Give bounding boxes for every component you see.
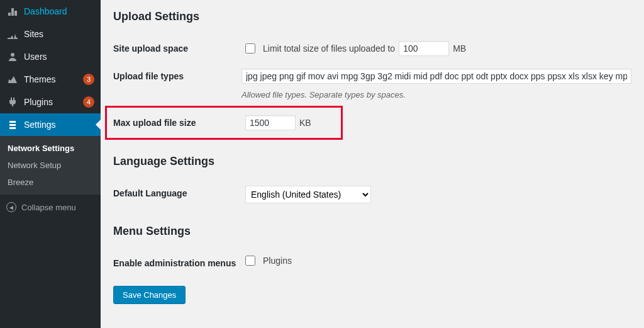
sidebar-item-label: Sites — [24, 29, 94, 39]
submenu-item-network-settings[interactable]: Network Settings — [0, 140, 101, 157]
sidebar-item-label: Settings — [24, 120, 94, 130]
site-upload-space-row: Site upload space Limit total size of fi… — [113, 35, 631, 62]
enable-admin-menus-row: Enable administration menus Plugins — [113, 249, 631, 274]
enable-admin-menus-label: Enable administration menus — [113, 256, 245, 268]
admin-sidebar: Dashboard Sites Users Themes 3 Plugins 4… — [0, 0, 101, 328]
enable-plugins-menu-checkbox[interactable] — [245, 256, 255, 266]
main-content: Upload Settings Site upload space Limit … — [101, 0, 644, 328]
sidebar-item-label: Themes — [24, 74, 80, 84]
settings-submenu: Network Settings Network Setup Breeze — [0, 136, 101, 195]
upload-file-types-description: Allowed file types. Separate types by sp… — [242, 90, 631, 99]
sidebar-item-sites[interactable]: Sites — [0, 23, 101, 45]
sites-icon — [6, 28, 19, 40]
sidebar-item-settings[interactable]: Settings — [0, 113, 101, 136]
users-icon — [6, 50, 19, 63]
enable-plugins-menu-label: Plugins — [263, 256, 292, 266]
sidebar-item-label: Users — [24, 52, 94, 62]
limit-upload-unit: MB — [453, 43, 466, 54]
site-upload-space-label: Site upload space — [113, 41, 245, 54]
update-badge: 4 — [83, 96, 94, 108]
menu-settings-heading: Menu Settings — [113, 225, 631, 238]
sidebar-item-plugins[interactable]: Plugins 4 — [0, 91, 101, 113]
max-upload-file-size-label: Max upload file size — [113, 115, 245, 128]
collapse-label: Collapse menu — [21, 203, 76, 212]
upload-file-types-row: Upload file types Allowed file types. Se… — [113, 62, 631, 106]
upload-settings-heading: Upload Settings — [113, 10, 631, 23]
limit-upload-value-input[interactable] — [399, 41, 449, 56]
default-language-label: Default Language — [113, 186, 245, 198]
themes-icon — [6, 73, 19, 86]
language-settings-heading: Language Settings — [113, 155, 631, 168]
limit-upload-checkbox-label: Limit total size of files uploaded to — [263, 43, 395, 54]
collapse-icon: ◄ — [6, 202, 16, 212]
svg-point-0 — [11, 53, 14, 57]
dashboard-icon — [6, 5, 19, 18]
update-badge: 3 — [83, 74, 94, 85]
upload-file-types-label: Upload file types — [113, 69, 242, 81]
sidebar-item-label: Dashboard — [24, 6, 94, 16]
max-upload-file-size-input[interactable] — [245, 115, 296, 130]
collapse-menu[interactable]: ◄ Collapse menu — [0, 197, 101, 217]
sidebar-item-dashboard[interactable]: Dashboard — [0, 0, 101, 23]
sidebar-item-themes[interactable]: Themes 3 — [0, 68, 101, 91]
upload-file-types-input[interactable] — [242, 69, 631, 84]
plugins-icon — [6, 96, 19, 108]
default-language-select[interactable]: English (United States) — [245, 186, 371, 203]
max-upload-file-size-unit: KB — [299, 118, 311, 128]
max-upload-file-size-row: Max upload file size KB — [113, 111, 335, 134]
max-upload-highlight: Max upload file size KB — [105, 106, 343, 140]
submenu-item-network-setup[interactable]: Network Setup — [0, 157, 101, 174]
save-changes-button[interactable]: Save Changes — [113, 286, 186, 304]
sidebar-item-label: Plugins — [24, 97, 80, 107]
sidebar-item-users[interactable]: Users — [0, 45, 101, 68]
default-language-row: Default Language English (United States) — [113, 179, 631, 210]
submenu-item-breeze[interactable]: Breeze — [0, 174, 101, 191]
limit-upload-checkbox[interactable] — [245, 43, 255, 54]
settings-icon — [6, 118, 19, 131]
